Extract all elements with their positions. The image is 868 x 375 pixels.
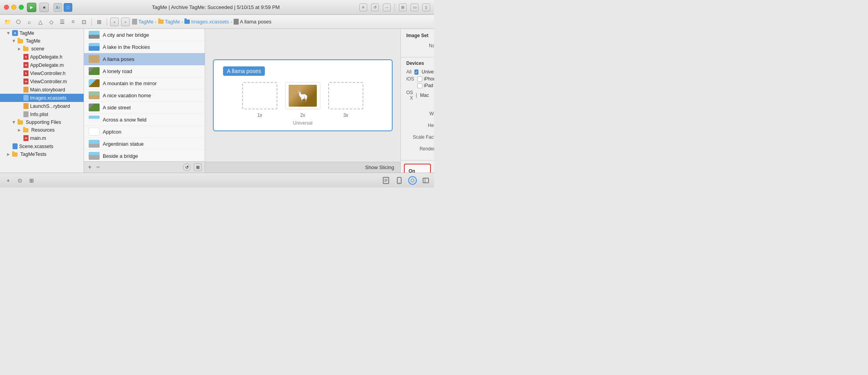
ipad-checkbox[interactable] [417, 83, 422, 88]
devices-title: Devices [406, 61, 429, 66]
h-file-icon: h [23, 54, 29, 60]
tag-icon[interactable]: ⌗ [69, 18, 77, 26]
file-list-item[interactable]: A nice vacation home [84, 89, 205, 102]
history-button[interactable]: ↺ [183, 163, 191, 171]
sidebar-label: Resources [31, 127, 55, 133]
devices-all-row: All ✓ Universal [406, 69, 429, 75]
breadcrumb: TagMe › TagMe › Images.xcassets › A llam… [132, 19, 431, 25]
sidebar-item-supporting-files[interactable]: ▶ Supporting Files [0, 118, 84, 126]
xcassets-icon [23, 95, 29, 101]
file-list-item[interactable]: A lake in the Rockies [84, 41, 205, 53]
grid-icon[interactable]: ⊞ [95, 18, 104, 26]
file-list-item[interactable]: Across a snow field [84, 114, 205, 126]
slot-dropzone[interactable] [285, 82, 320, 109]
file-list-item[interactable]: A side street [84, 102, 205, 114]
search-toolbar-icon[interactable]: ⌕ [25, 18, 34, 26]
svg-point-5 [399, 182, 400, 183]
inspector-panel-icon[interactable] [421, 176, 430, 185]
scheme-selector[interactable]: A› [54, 3, 62, 12]
sidebar-item-images-xcassets[interactable]: Images.xcassets [0, 94, 84, 102]
play-button[interactable]: ▶ [27, 3, 36, 12]
file-list-item[interactable]: A city and her bridge [84, 29, 205, 41]
on-demand-title: On Demand Resource Tags [409, 168, 426, 173]
editor-back-button[interactable]: → [383, 4, 391, 11]
file-list-item-appicon[interactable]: AppIcon [84, 126, 205, 138]
list-icon[interactable]: ☰ [58, 18, 66, 26]
sidebar-item-appdelegate-h[interactable]: h AppDelegate.h [0, 53, 84, 61]
sidebar-item-main-m[interactable]: m main.m [0, 134, 84, 142]
stop-button[interactable]: ■ [39, 3, 49, 12]
file-list-item-llama[interactable]: A llama poses [84, 53, 205, 65]
file-list-item[interactable]: A mountain in the mirror [84, 77, 205, 89]
breadcrumb-tagme-folder[interactable]: TagMe [158, 19, 180, 25]
git-icon[interactable]: ⎔ [14, 18, 23, 26]
sidebar-item-scene-xcassets[interactable]: Scene.xcassets [0, 142, 84, 150]
asset-name: A side street [103, 105, 131, 111]
file-list-item[interactable]: Argentinian statue [84, 138, 205, 150]
height-row: Height Any ▲▼ [406, 121, 429, 130]
device-selector[interactable]: □ [64, 3, 72, 12]
asset-name: A city and her bridge [103, 32, 149, 38]
breadcrumb-tagme-file[interactable]: TagMe [132, 19, 154, 25]
editor-standard-button[interactable]: ≡ [359, 4, 367, 11]
debug-toggle[interactable]: ▭ [411, 4, 418, 11]
remove-asset-button[interactable]: − [95, 164, 100, 171]
back-button[interactable]: ‹ [110, 18, 119, 26]
grid-bottom-icon[interactable]: ⊞ [27, 176, 36, 185]
sidebar-item-launch-storyboard[interactable]: LaunchS...ryboard [0, 102, 84, 110]
sidebar-item-tagmetests[interactable]: ▶ TagMeTests [0, 150, 84, 158]
minimize-button[interactable] [11, 5, 16, 10]
folder-blue-icon [184, 20, 190, 24]
chat-icon[interactable]: ⊡ [80, 18, 88, 26]
sidebar-item-viewcontroller-m[interactable]: m ViewController.m [0, 77, 84, 86]
asset-title: A llama poses [223, 66, 265, 76]
asset-name: AppIcon [103, 129, 121, 135]
slot-dropzone[interactable] [328, 82, 363, 109]
sidebar-item-main-storyboard[interactable]: Main.storyboard [0, 86, 84, 94]
iphone-checkbox[interactable] [417, 77, 422, 82]
file-list-item[interactable]: Beside a bridge [84, 150, 205, 161]
breadcrumb-llama[interactable]: A llama poses [234, 19, 271, 25]
asset-container: A llama poses 1x 2x [213, 59, 393, 131]
triangle-icon: ▶ [12, 40, 16, 43]
forward-button[interactable]: › [121, 18, 130, 26]
close-button[interactable] [4, 5, 9, 10]
inspector-circle-icon[interactable] [408, 176, 417, 185]
sidebar-label: ViewController.m [30, 79, 67, 84]
show-slicing-button[interactable]: Show Slicing [365, 164, 394, 170]
folder-icon[interactable]: 📁 [3, 18, 12, 26]
sidebar-item-appdelegate-m[interactable]: m AppDelegate.m [0, 61, 84, 69]
lock-icon[interactable]: ⊙ [16, 176, 24, 185]
file-list-item[interactable]: A lonely road [84, 65, 205, 77]
sidebar-label: TagMe [20, 30, 34, 36]
warning-icon[interactable]: △ [36, 18, 45, 26]
universal-checkbox[interactable]: ✓ [414, 70, 418, 75]
universal-label: Universal [223, 120, 382, 126]
add-asset-button[interactable]: + [87, 164, 92, 171]
inspector-toggle[interactable]: ▯ [422, 4, 430, 11]
asset-name: A lake in the Rockies [103, 44, 150, 50]
add-file-icon[interactable]: + [4, 176, 13, 185]
render-row: Render As Default ▲▼ [406, 145, 429, 153]
iphone-row: iPhone [417, 76, 434, 82]
inspector-file-icon[interactable] [382, 176, 390, 185]
sidebar-item-tagme-group[interactable]: ▶ TagMe [0, 37, 84, 45]
sidebar-item-tagme-project[interactable]: ▶ A TagMe [0, 29, 84, 37]
diamond-icon[interactable]: ◇ [47, 18, 55, 26]
inspector-device-icon[interactable] [395, 176, 404, 185]
mac-checkbox[interactable] [416, 93, 417, 98]
sidebar-item-info-plist[interactable]: Info.plist [0, 110, 84, 118]
asset-thumbnail [89, 43, 100, 51]
navigator-toggle[interactable]: ⊞ [399, 4, 407, 11]
scale-row: Scale Factors Multiple ▲▼ [406, 133, 429, 141]
slot-label: 2x [300, 112, 305, 118]
sidebar-item-viewcontroller-h[interactable]: h ViewController.h [0, 69, 84, 77]
slot-dropzone[interactable] [242, 82, 277, 109]
zoom-button[interactable] [19, 5, 24, 10]
triangle-icon: ▶ [12, 121, 16, 124]
editor-refresh-button[interactable]: ↺ [371, 4, 379, 11]
sidebar-item-scene[interactable]: ▶ scene [0, 45, 84, 53]
sidebar-item-resources[interactable]: ▶ Resources [0, 126, 84, 134]
grid-view-button[interactable]: ⊞ [194, 163, 202, 171]
breadcrumb-xcassets[interactable]: Images.xcassets [184, 19, 229, 25]
